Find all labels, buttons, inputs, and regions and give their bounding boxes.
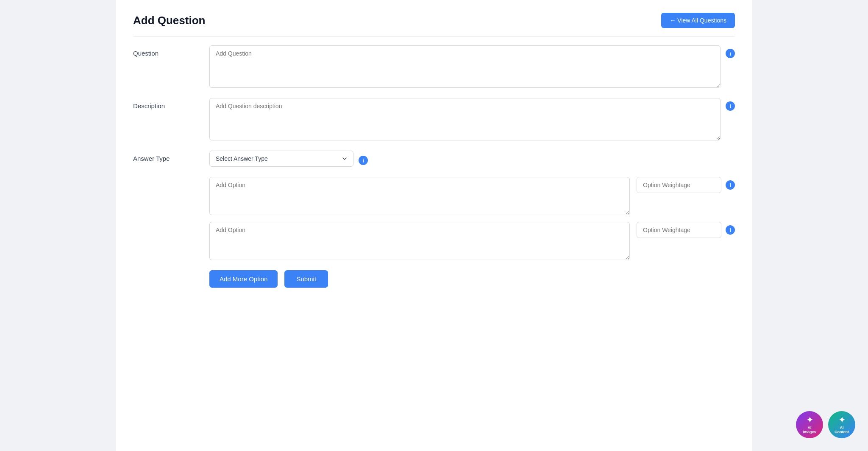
answer-type-field-wrap: Select Answer Type Multiple Choice Singl…	[209, 151, 735, 167]
question-info-icon[interactable]: i	[726, 49, 735, 58]
question-label: Question	[133, 45, 201, 57]
weightage-2-info-icon[interactable]: i	[726, 225, 735, 235]
ai-content-button[interactable]: ✦ AIContent	[828, 411, 855, 438]
description-info-icon[interactable]: i	[726, 101, 735, 111]
page-header: Add Question ← View All Questions	[133, 13, 735, 37]
option-row-2: i	[209, 222, 735, 260]
answer-type-row: Answer Type Select Answer Type Multiple …	[133, 151, 735, 167]
view-all-questions-button[interactable]: ← View All Questions	[661, 13, 735, 28]
question-field-wrap: i	[209, 45, 735, 88]
weightage-2-input[interactable]	[637, 222, 721, 238]
page-title: Add Question	[133, 14, 205, 27]
add-question-form: Question i Description i Answer Type Sel…	[133, 45, 735, 288]
question-row: Question i	[133, 45, 735, 88]
select-wrap: Select Answer Type Multiple Choice Singl…	[209, 151, 735, 167]
description-textarea[interactable]	[209, 98, 721, 140]
floating-buttons: ✦ AIImages ✦ AIContent	[796, 411, 855, 438]
form-buttons: Add More Option Submit	[209, 270, 735, 288]
answer-type-info-icon[interactable]: i	[359, 156, 368, 165]
answer-type-select[interactable]: Select Answer Type Multiple Choice Singl…	[209, 151, 353, 167]
weightage-1-info-icon[interactable]: i	[726, 180, 735, 190]
page-container: Add Question ← View All Questions Questi…	[116, 0, 752, 451]
ai-images-label: AIImages	[803, 426, 816, 434]
option-row-1: i	[209, 177, 735, 215]
option-1-textarea[interactable]	[209, 177, 630, 215]
description-row: Description i	[133, 98, 735, 140]
weightage-1-input[interactable]	[637, 177, 721, 193]
option-2-textarea[interactable]	[209, 222, 630, 260]
weightage-wrap-2: i	[637, 222, 735, 238]
ai-images-icon: ✦	[807, 415, 813, 425]
description-label: Description	[133, 98, 201, 109]
question-textarea[interactable]	[209, 45, 721, 88]
ai-content-label: AIContent	[835, 426, 849, 434]
ai-images-button[interactable]: ✦ AIImages	[796, 411, 823, 438]
options-section: i i	[209, 177, 735, 260]
submit-button[interactable]: Submit	[284, 270, 328, 288]
weightage-wrap-1: i	[637, 177, 735, 193]
ai-content-icon: ✦	[839, 415, 845, 425]
description-field-wrap: i	[209, 98, 735, 140]
answer-type-label: Answer Type	[133, 151, 201, 162]
add-more-option-button[interactable]: Add More Option	[209, 270, 278, 288]
